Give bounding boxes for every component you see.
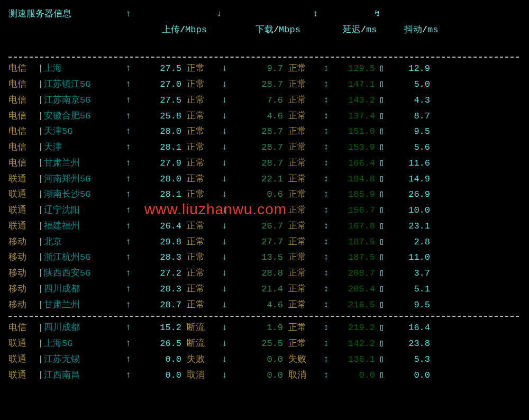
box-icon: ▯ (375, 140, 388, 156)
arrow-updown-icon: ↕ (320, 250, 332, 266)
download-value: 0.0 (230, 368, 283, 384)
upload-value: 27.9 (134, 156, 181, 171)
location-label: 安徽合肥5G (44, 108, 122, 124)
upload-status: 正常 (181, 77, 218, 93)
isp-label: 联通 (8, 352, 38, 368)
table-row: 电信|甘肃兰州↑27.9正常↓28.7正常↕166.4▯11.6 (8, 156, 521, 171)
download-status: 正常 (283, 140, 320, 156)
table-row: 联通|辽宁沈阳↑↓正常↕156.7▯10.0 (8, 203, 521, 218)
table-row: 联通|福建福州↑26.4正常↓26.7正常↕167.8▯23.1 (8, 218, 521, 234)
box-icon: ▯ (375, 352, 388, 368)
box-icon: ▯ (375, 297, 388, 313)
box-icon: ▯ (375, 108, 388, 124)
arrow-updown-icon: ↕ (320, 77, 332, 93)
isp-label: 电信 (8, 320, 38, 336)
latency-value: 143.2 (332, 93, 375, 108)
location-label: 福建福州 (44, 218, 122, 234)
jitter-value: 9.5 (388, 297, 430, 313)
arrow-updown-icon: ↕ (320, 218, 332, 234)
isp-label: 移动 (8, 281, 38, 297)
download-value: 13.5 (230, 250, 283, 266)
isp-label: 电信 (8, 93, 38, 108)
latency-value: 167.8 (332, 218, 375, 234)
upload-status: 取消 (181, 368, 218, 384)
table-row: 移动|陕西西安5G↑27.2正常↓28.8正常↕208.7▯3.7 (8, 266, 521, 281)
box-icon: ▯ (375, 93, 388, 108)
location-label: 上海 (44, 61, 122, 77)
box-icon: ▯ (375, 156, 388, 171)
arrow-up-icon: ↑ (122, 171, 134, 187)
pipe-separator: | (38, 234, 44, 250)
location-label: 辽宁沈阳 (44, 203, 122, 218)
latency-value: 0.0 (332, 368, 375, 384)
download-value: 0.0 (230, 352, 283, 368)
box-icon: ▯ (375, 218, 388, 234)
latency-value: 219.2 (332, 320, 375, 336)
table-body-main: 电信|上海↑27.5正常↓9.7正常↕129.5▯12.9电信|江苏镇江5G↑2… (8, 61, 521, 313)
arrow-updown-icon: ↕ (320, 171, 332, 187)
upload-status: 正常 (181, 61, 218, 77)
header-arrow-down-icon: ↓ (213, 6, 225, 22)
download-status: 正常 (283, 187, 320, 203)
arrow-updown-icon: ↕ (320, 203, 332, 218)
arrow-up-icon: ↑ (122, 108, 134, 124)
box-icon: ▯ (375, 61, 388, 77)
arrow-up-icon: ↑ (122, 297, 134, 313)
location-label: 浙江杭州5G (44, 250, 122, 266)
arrow-down-icon: ↓ (218, 218, 230, 234)
jitter-value: 12.9 (388, 61, 430, 77)
table-row: 联通|上海5G↑26.5断流↓25.5正常↕142.2▯23.8 (8, 336, 521, 352)
upload-value: 28.0 (134, 124, 181, 140)
location-label: 江苏无锡 (44, 352, 122, 368)
latency-value: 166.4 (332, 156, 375, 171)
arrow-down-icon: ↓ (218, 297, 230, 313)
pipe-separator: | (38, 218, 44, 234)
latency-value: 187.5 (332, 234, 375, 250)
arrow-down-icon: ↓ (218, 124, 230, 140)
arrow-up-icon: ↑ (122, 234, 134, 250)
download-status: 正常 (283, 61, 320, 77)
isp-label: 联通 (8, 336, 38, 352)
box-icon: ▯ (375, 203, 388, 218)
upload-status: 断流 (181, 320, 218, 336)
box-icon: ▯ (375, 124, 388, 140)
latency-value: 151.0 (332, 124, 375, 140)
jitter-value: 3.7 (388, 266, 430, 281)
latency-value: 142.2 (332, 336, 375, 352)
latency-value: 208.7 (332, 266, 375, 281)
box-icon: ▯ (375, 234, 388, 250)
arrow-up-icon: ↑ (122, 368, 134, 384)
download-value: 22.1 (230, 171, 283, 187)
isp-label: 移动 (8, 297, 38, 313)
download-value: 28.7 (230, 156, 283, 171)
download-status: 失败 (283, 352, 320, 368)
location-label: 上海5G (44, 336, 122, 352)
table-row: 移动|浙江杭州5G↑28.3正常↓13.5正常↕187.5▯11.0 (8, 250, 521, 266)
jitter-value: 9.5 (388, 124, 430, 140)
upload-status: 正常 (181, 124, 218, 140)
pipe-separator: | (38, 266, 44, 281)
download-status: 正常 (283, 93, 320, 108)
arrow-updown-icon: ↕ (320, 187, 332, 203)
arrow-updown-icon: ↕ (320, 336, 332, 352)
upload-status: 正常 (181, 187, 218, 203)
box-icon: ▯ (375, 368, 388, 384)
isp-label: 联通 (8, 368, 38, 384)
upload-value: 0.0 (134, 352, 181, 368)
arrow-updown-icon: ↕ (320, 234, 332, 250)
download-status: 正常 (283, 281, 320, 297)
arrow-up-icon: ↑ (122, 336, 134, 352)
upload-status: 正常 (181, 281, 218, 297)
isp-label: 移动 (8, 234, 38, 250)
download-value: 25.5 (230, 336, 283, 352)
location-label: 天津5G (44, 124, 122, 140)
arrow-down-icon: ↓ (218, 61, 230, 77)
header-row: 测速服务器信息 ↑ 上传/Mbps ↓ 下载/Mbps ↕ 延迟/ms ↯ 抖动… (8, 6, 521, 53)
jitter-value: 8.7 (388, 108, 430, 124)
latency-value: 129.5 (332, 61, 375, 77)
download-value: 21.4 (230, 281, 283, 297)
upload-status: 正常 (181, 234, 218, 250)
header-bolt-icon: ↯ (372, 6, 382, 22)
upload-value: 27.2 (134, 266, 181, 281)
latency-value: 136.1 (332, 352, 375, 368)
